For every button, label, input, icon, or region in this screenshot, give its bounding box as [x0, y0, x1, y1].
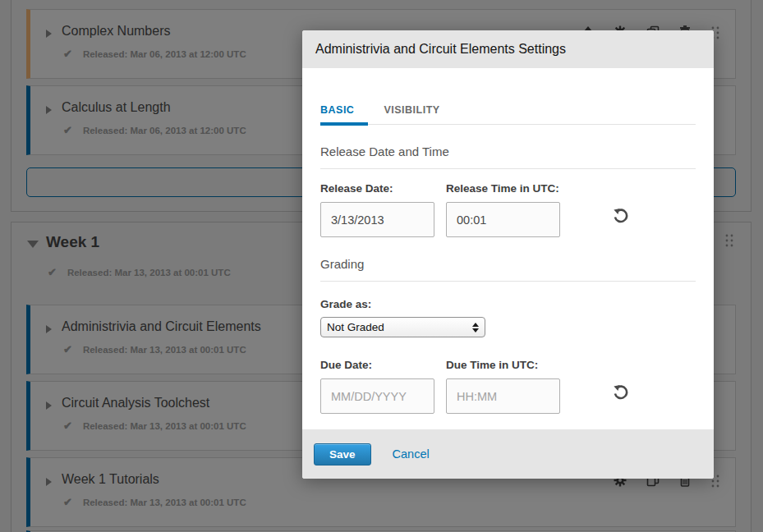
tab-basic[interactable]: BASIC [320, 104, 354, 124]
due-date-label: Due Date: [320, 359, 434, 371]
reset-due-icon[interactable] [613, 384, 629, 404]
release-time-input[interactable] [446, 202, 560, 237]
grade-as-label: Grade as: [320, 298, 696, 310]
release-section-heading: Release Date and Time [320, 144, 696, 169]
modal-body: BASIC VISIBILITY Release Date and Time R… [302, 68, 714, 429]
due-fields-row: Due Date: Due Time in UTC: [320, 359, 696, 414]
due-time-input[interactable] [446, 378, 560, 414]
cancel-button[interactable]: Cancel [393, 447, 430, 461]
grade-select-value: Not Graded [327, 321, 384, 333]
release-date-label: Release Date: [320, 182, 434, 195]
reset-release-icon[interactable] [613, 208, 629, 227]
due-time-field: Due Time in UTC: [446, 359, 560, 414]
tab-visibility[interactable]: VISIBILITY [384, 104, 439, 124]
modal-tabs: BASIC VISIBILITY [320, 104, 696, 125]
grading-section-heading: Grading [320, 257, 696, 282]
release-fields-row: Release Date: Release Time in UTC: [320, 182, 696, 237]
save-button[interactable]: Save [314, 443, 371, 466]
settings-modal: Administrivia and Circuit Elements Setti… [302, 30, 714, 479]
release-date-field: Release Date: [320, 182, 434, 237]
modal-header: Administrivia and Circuit Elements Setti… [302, 30, 714, 68]
due-date-field: Due Date: [320, 359, 434, 414]
modal-title: Administrivia and Circuit Elements Setti… [315, 42, 566, 57]
modal-footer: Save Cancel [302, 429, 714, 479]
due-date-input[interactable] [320, 378, 434, 414]
release-time-field: Release Time in UTC: [446, 182, 560, 237]
release-date-input[interactable] [320, 202, 434, 237]
grade-select[interactable]: Not Graded [320, 317, 485, 337]
release-time-label: Release Time in UTC: [446, 182, 560, 195]
select-arrows-icon [472, 323, 479, 332]
due-time-label: Due Time in UTC: [446, 359, 560, 371]
